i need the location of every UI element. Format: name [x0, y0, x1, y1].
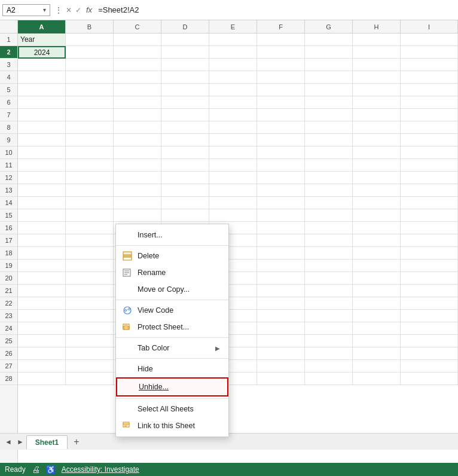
cell-i23[interactable] — [401, 310, 458, 322]
cell-g7[interactable] — [305, 109, 353, 121]
cell-f23[interactable] — [257, 310, 305, 322]
cell-g21[interactable] — [305, 285, 353, 297]
cell-b24[interactable] — [66, 322, 114, 335]
cell-h21[interactable] — [353, 285, 401, 297]
cell-g18[interactable] — [305, 247, 353, 260]
cell-d9[interactable] — [161, 134, 209, 147]
cell-a26[interactable] — [18, 347, 66, 360]
cell-g5[interactable] — [305, 84, 353, 96]
cell-a12[interactable] — [18, 172, 66, 184]
cell-c6[interactable] — [114, 96, 161, 109]
cell-c12[interactable] — [114, 172, 161, 184]
cell-g10[interactable] — [305, 147, 353, 159]
cell-f1[interactable] — [257, 33, 305, 46]
cell-a9[interactable] — [18, 134, 66, 147]
cell-e15[interactable] — [209, 209, 257, 222]
cell-b1[interactable] — [66, 33, 114, 46]
cell-e14[interactable] — [209, 197, 257, 209]
cell-i24[interactable] — [401, 322, 458, 335]
cell-a4[interactable] — [18, 71, 66, 84]
cell-b4[interactable] — [66, 71, 114, 84]
cell-f8[interactable] — [257, 121, 305, 134]
cell-i15[interactable] — [401, 209, 458, 222]
menu-item-delete[interactable]: Delete — [116, 248, 228, 264]
menu-item-rename[interactable]: Rename — [116, 264, 228, 281]
cell-b9[interactable] — [66, 134, 114, 147]
cell-f17[interactable] — [257, 234, 305, 247]
cell-c4[interactable] — [114, 71, 161, 84]
menu-item-unhide[interactable]: Unhide... — [116, 377, 228, 396]
cell-g6[interactable] — [305, 96, 353, 109]
cell-a14[interactable] — [18, 197, 66, 209]
cell-c11[interactable] — [114, 159, 161, 172]
cell-g25[interactable] — [305, 335, 353, 347]
sheet-tab-sheet1[interactable]: Sheet1 — [26, 435, 68, 449]
cell-g17[interactable] — [305, 234, 353, 247]
cell-f13[interactable] — [257, 184, 305, 197]
cell-e8[interactable] — [209, 121, 257, 134]
cell-g13[interactable] — [305, 184, 353, 197]
cell-b16[interactable] — [66, 222, 114, 234]
cell-g11[interactable] — [305, 159, 353, 172]
cell-d7[interactable] — [161, 109, 209, 121]
menu-item-protect-sheet[interactable]: Protect Sheet... — [116, 319, 228, 335]
cell-f5[interactable] — [257, 84, 305, 96]
cell-g23[interactable] — [305, 310, 353, 322]
cell-e6[interactable] — [209, 96, 257, 109]
cell-g12[interactable] — [305, 172, 353, 184]
cell-f22[interactable] — [257, 297, 305, 310]
cell-i28[interactable] — [401, 373, 458, 385]
cell-g26[interactable] — [305, 347, 353, 360]
cell-g15[interactable] — [305, 209, 353, 222]
confirm-icon[interactable]: ✓ — [75, 6, 81, 14]
menu-item-select-all-sheets[interactable]: Select All Sheets — [116, 401, 228, 417]
cell-i5[interactable] — [401, 84, 458, 96]
cell-h17[interactable] — [353, 234, 401, 247]
cell-f4[interactable] — [257, 71, 305, 84]
cell-i14[interactable] — [401, 197, 458, 209]
cell-b27[interactable] — [66, 360, 114, 373]
cell-h2[interactable] — [353, 46, 401, 59]
cell-b2[interactable] — [66, 46, 114, 59]
cell-i12[interactable] — [401, 172, 458, 184]
cell-g4[interactable] — [305, 71, 353, 84]
cell-f25[interactable] — [257, 335, 305, 347]
cell-h7[interactable] — [353, 109, 401, 121]
cell-b23[interactable] — [66, 310, 114, 322]
cell-i2[interactable] — [401, 46, 458, 59]
cell-a22[interactable] — [18, 297, 66, 310]
cell-g9[interactable] — [305, 134, 353, 147]
cell-a18[interactable] — [18, 247, 66, 260]
cell-e13[interactable] — [209, 184, 257, 197]
cell-h6[interactable] — [353, 96, 401, 109]
cell-i13[interactable] — [401, 184, 458, 197]
cell-b15[interactable] — [66, 209, 114, 222]
cell-i22[interactable] — [401, 297, 458, 310]
cell-b13[interactable] — [66, 184, 114, 197]
cell-g8[interactable] — [305, 121, 353, 134]
cell-a25[interactable] — [18, 335, 66, 347]
cell-h27[interactable] — [353, 360, 401, 373]
cell-a27[interactable] — [18, 360, 66, 373]
cell-h11[interactable] — [353, 159, 401, 172]
cell-b19[interactable] — [66, 260, 114, 272]
cell-f3[interactable] — [257, 59, 305, 71]
cell-a28[interactable] — [18, 373, 66, 385]
cell-b17[interactable] — [66, 234, 114, 247]
cell-g28[interactable] — [305, 373, 353, 385]
cell-a15[interactable] — [18, 209, 66, 222]
cell-a16[interactable] — [18, 222, 66, 234]
menu-item-move-copy[interactable]: Move or Copy... — [116, 281, 228, 298]
cell-c7[interactable] — [114, 109, 161, 121]
cell-f20[interactable] — [257, 272, 305, 285]
menu-item-insert[interactable]: Insert... — [116, 227, 228, 243]
cell-a21[interactable] — [18, 285, 66, 297]
cell-h3[interactable] — [353, 59, 401, 71]
cell-b26[interactable] — [66, 347, 114, 360]
cell-b11[interactable] — [66, 159, 114, 172]
cell-h1[interactable] — [353, 33, 401, 46]
cell-f24[interactable] — [257, 322, 305, 335]
cell-i7[interactable] — [401, 109, 458, 121]
cell-g19[interactable] — [305, 260, 353, 272]
cell-i17[interactable] — [401, 234, 458, 247]
